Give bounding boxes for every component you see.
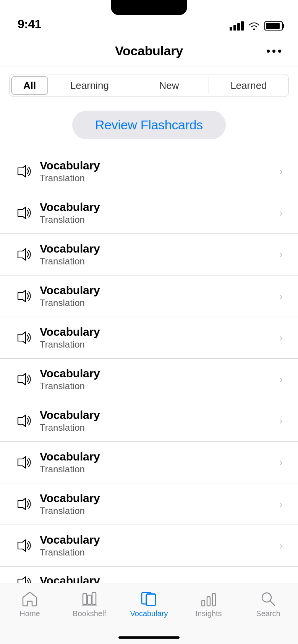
filter-tabs: All Learning New Learned	[9, 74, 289, 97]
vocab-text: Vocabulary Translation	[40, 325, 275, 350]
svg-rect-20	[212, 594, 215, 606]
tab-search[interactable]: Search	[238, 590, 298, 618]
vocab-word: Vocabulary	[40, 492, 275, 505]
svg-marker-6	[18, 415, 26, 427]
vocab-text: Vocabulary Translation	[40, 492, 275, 516]
chevron-right-icon: ›	[279, 290, 283, 302]
vocab-translation: Translation	[40, 298, 275, 308]
svg-marker-2	[18, 249, 26, 260]
home-icon	[20, 590, 39, 607]
sound-icon[interactable]	[15, 537, 32, 554]
sound-icon[interactable]	[15, 204, 32, 221]
sound-icon[interactable]	[15, 329, 32, 346]
sound-icon[interactable]	[15, 246, 32, 263]
vocab-translation: Translation	[40, 339, 275, 350]
tab-home[interactable]: Home	[0, 590, 60, 618]
vocab-translation: Translation	[40, 464, 275, 475]
vocab-translation: Translation	[40, 214, 275, 225]
tab-all[interactable]: All	[11, 76, 48, 95]
vocab-item[interactable]: Vocabulary Translation ›	[0, 525, 298, 567]
vocab-word: Vocabulary	[40, 325, 275, 338]
sound-icon[interactable]	[15, 288, 32, 304]
wifi-icon	[248, 22, 260, 30]
vocab-text: Vocabulary Translation	[40, 533, 275, 558]
vocab-item[interactable]: Vocabulary Translation ›	[0, 275, 298, 317]
home-indicator	[118, 636, 180, 639]
chevron-right-icon: ›	[279, 498, 283, 510]
more-dot	[267, 50, 270, 53]
vocab-item[interactable]: Vocabulary Translation ›	[0, 359, 298, 400]
vocab-text: Vocabulary Translation	[40, 409, 275, 433]
tab-vocabulary-label: Vocabulary	[130, 609, 168, 618]
svg-marker-8	[18, 498, 26, 510]
notch	[111, 0, 187, 15]
tab-insights-label: Insights	[196, 609, 222, 618]
vocab-translation: Translation	[40, 547, 275, 558]
tab-vocabulary[interactable]: Vocabulary	[119, 590, 179, 618]
chevron-right-icon: ›	[279, 457, 283, 469]
svg-marker-9	[18, 540, 26, 551]
tab-insights[interactable]: Insights	[179, 590, 238, 618]
sound-icon[interactable]	[15, 412, 32, 429]
chevron-right-icon: ›	[279, 166, 283, 177]
tab-new[interactable]: New	[129, 74, 209, 97]
signal-icon	[230, 21, 244, 31]
vocab-translation: Translation	[40, 256, 275, 267]
sound-icon[interactable]	[15, 454, 32, 471]
svg-rect-19	[207, 597, 210, 606]
vocab-item[interactable]: Vocabulary Translation ›	[0, 400, 298, 442]
bookshelf-icon	[80, 590, 99, 607]
vocab-item[interactable]: Vocabulary Translation ›	[0, 483, 298, 525]
vocab-translation: Translation	[40, 506, 275, 516]
svg-marker-3	[18, 290, 26, 302]
vocab-word: Vocabulary	[40, 159, 275, 172]
chevron-right-icon: ›	[279, 540, 283, 552]
tab-home-label: Home	[19, 609, 40, 618]
vocab-item[interactable]: Vocabulary Translation ›	[0, 151, 298, 192]
sound-icon[interactable]	[15, 371, 32, 388]
page-title: Vocabulary	[115, 43, 183, 58]
chevron-right-icon: ›	[279, 374, 283, 385]
vocab-translation: Translation	[40, 422, 275, 433]
vocab-word: Vocabulary	[40, 367, 275, 380]
svg-rect-13	[92, 592, 96, 604]
vocab-text: Vocabulary Translation	[40, 284, 275, 308]
svg-marker-7	[18, 457, 26, 468]
sound-icon[interactable]	[15, 496, 32, 512]
vocab-translation: Translation	[40, 381, 275, 391]
more-options-button[interactable]	[267, 50, 281, 53]
tab-bookshelf[interactable]: Bookshelf	[60, 590, 119, 618]
tab-bookshelf-label: Bookshelf	[73, 609, 106, 618]
vocab-text: Vocabulary Translation	[40, 242, 275, 267]
search-icon	[259, 590, 278, 607]
svg-rect-11	[83, 594, 87, 604]
vocab-word: Vocabulary	[40, 201, 275, 214]
chevron-right-icon: ›	[279, 249, 283, 261]
tab-learned[interactable]: Learned	[209, 74, 288, 97]
status-time: 9:41	[18, 17, 41, 31]
bottom-tab-bar: Home Bookshelf Vocabulary	[0, 583, 298, 644]
svg-rect-18	[202, 601, 205, 606]
vocab-word: Vocabulary	[40, 450, 275, 463]
more-dot	[272, 50, 275, 53]
svg-rect-16	[146, 594, 155, 605]
vocab-text: Vocabulary Translation	[40, 367, 275, 391]
vocab-item[interactable]: Vocabulary Translation ›	[0, 192, 298, 234]
sound-icon[interactable]	[15, 163, 32, 180]
vocabulary-icon	[139, 590, 159, 607]
chevron-right-icon: ›	[279, 207, 283, 219]
vocab-item[interactable]: Vocabulary Translation ›	[0, 317, 298, 359]
battery-icon	[264, 21, 283, 31]
header: Vocabulary	[0, 36, 298, 66]
vocab-word: Vocabulary	[40, 533, 275, 546]
vocabulary-list: Vocabulary Translation › Vocabulary Tran…	[0, 151, 298, 585]
chevron-right-icon: ›	[279, 332, 283, 344]
vocab-item[interactable]: Vocabulary Translation ›	[0, 442, 298, 483]
tab-learning[interactable]: Learning	[50, 74, 129, 97]
review-flashcards-button[interactable]: Review Flashcards	[72, 111, 226, 139]
vocab-item[interactable]: Vocabulary Translation ›	[0, 234, 298, 275]
chevron-right-icon: ›	[279, 415, 283, 427]
filter-tabs-container: All Learning New Learned	[0, 66, 298, 105]
svg-marker-5	[18, 374, 26, 385]
vocab-word: Vocabulary	[40, 409, 275, 422]
